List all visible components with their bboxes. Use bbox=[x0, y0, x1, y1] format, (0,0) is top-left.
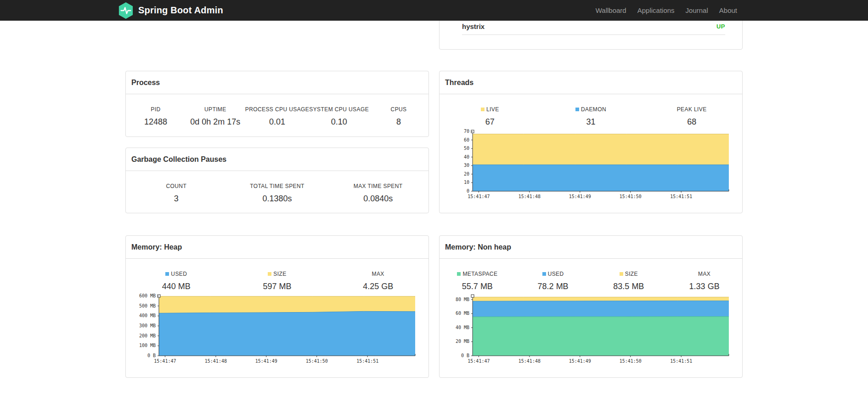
svg-text:15:41:47: 15:41:47 bbox=[468, 359, 490, 364]
svg-text:15:41:50: 15:41:50 bbox=[306, 359, 328, 364]
svg-text:15:41:50: 15:41:50 bbox=[620, 359, 642, 364]
stat-daemon: DAEMON31 bbox=[541, 106, 642, 127]
stat-label: MAX TIME SPENT bbox=[327, 183, 428, 189]
threads-area-chart: 01020304050607015:41:4715:41:4815:41:491… bbox=[440, 129, 742, 202]
stat-value: 1.33 GB bbox=[666, 282, 742, 291]
stat-label: SIZE bbox=[591, 271, 667, 277]
memory-nonheap-stats: METASPACE55.7 MBUSED78.2 MBSIZE83.5 MBMA… bbox=[440, 259, 742, 291]
stat-label: DAEMON bbox=[541, 106, 642, 113]
stat-size: SIZE83.5 MB bbox=[591, 271, 667, 291]
stat-value: 0.01 bbox=[245, 117, 310, 127]
stat-value: 8 bbox=[369, 117, 428, 127]
svg-text:15:41:49: 15:41:49 bbox=[569, 359, 591, 364]
svg-text:15:41:51: 15:41:51 bbox=[356, 359, 378, 364]
stat-value: 83.5 MB bbox=[591, 282, 667, 291]
yellow-legend-swatch-icon bbox=[268, 272, 271, 276]
nav-item-journal[interactable]: Journal bbox=[680, 6, 714, 14]
nav-item-applications[interactable]: Applications bbox=[632, 6, 680, 14]
memory-nonheap-panel: Memory: Non heap METASPACE55.7 MBUSED78.… bbox=[439, 235, 743, 378]
stat-max: MAX4.25 GB bbox=[327, 271, 428, 291]
brand[interactable]: Spring Boot Admin bbox=[118, 2, 223, 19]
stat-value: 31 bbox=[541, 117, 642, 127]
stat-label: COUNT bbox=[126, 183, 227, 189]
stat-used: USED78.2 MB bbox=[515, 271, 591, 291]
stat-total-time-spent: TOTAL TIME SPENT0.1380s bbox=[227, 183, 328, 204]
stat-metaspace: METASPACE55.7 MB bbox=[440, 271, 515, 291]
process-panel: Process PID12488UPTIME0d 0h 2m 17sPROCES… bbox=[125, 71, 429, 137]
nav-links: WallboardApplicationsJournalAbout bbox=[590, 6, 743, 14]
nav-item-wallboard[interactable]: Wallboard bbox=[590, 6, 632, 14]
stat-pid: PID12488 bbox=[126, 106, 186, 127]
memory-nonheap-area-chart: 0 B20 MB40 MB60 MB80 MB15:41:4715:41:481… bbox=[440, 293, 742, 367]
stat-label: SIZE bbox=[227, 271, 328, 277]
stat-label: TOTAL TIME SPENT bbox=[227, 183, 328, 189]
svg-text:15:41:49: 15:41:49 bbox=[569, 194, 591, 199]
svg-text:15:41:47: 15:41:47 bbox=[154, 359, 176, 364]
svg-text:15:41:51: 15:41:51 bbox=[670, 359, 692, 364]
svg-text:15:41:48: 15:41:48 bbox=[519, 359, 541, 364]
stat-label: USED bbox=[515, 271, 591, 277]
stat-value: 0.10 bbox=[309, 117, 369, 127]
stat-size: SIZE597 MB bbox=[227, 271, 328, 291]
green-legend-swatch-icon bbox=[457, 272, 461, 276]
svg-text:15:41:47: 15:41:47 bbox=[468, 194, 490, 199]
svg-text:30: 30 bbox=[464, 163, 469, 168]
stat-cpus: CPUS8 bbox=[369, 106, 428, 127]
nav-item-about[interactable]: About bbox=[714, 6, 743, 14]
memory-nonheap-panel-title: Memory: Non heap bbox=[440, 236, 742, 259]
stat-value: 67 bbox=[440, 117, 541, 127]
stat-process-cpu-usage: PROCESS CPU USAGE0.01 bbox=[245, 106, 310, 127]
stat-label: CPUS bbox=[369, 106, 428, 113]
brand-title: Spring Boot Admin bbox=[138, 5, 223, 16]
svg-text:10: 10 bbox=[464, 180, 469, 185]
blue-legend-swatch-icon bbox=[165, 272, 169, 276]
stat-label: MAX bbox=[327, 271, 428, 277]
process-panel-title: Process bbox=[126, 71, 428, 94]
svg-text:15:41:48: 15:41:48 bbox=[205, 359, 227, 364]
svg-text:15:41:51: 15:41:51 bbox=[670, 194, 692, 199]
gc-panel-title: Garbage Collection Pauses bbox=[126, 148, 428, 171]
svg-text:400 MB: 400 MB bbox=[139, 313, 156, 318]
stat-label: LIVE bbox=[440, 106, 541, 113]
svg-text:100 MB: 100 MB bbox=[139, 343, 156, 348]
blue-legend-swatch-icon bbox=[542, 272, 546, 276]
svg-text:300 MB: 300 MB bbox=[139, 323, 156, 328]
content-wrapper: hystrix UP Process PID12488UPTIME0d 0h 2… bbox=[125, 21, 743, 378]
stat-label: MAX bbox=[666, 271, 742, 277]
stat-live: LIVE67 bbox=[440, 106, 541, 127]
stat-label: PEAK LIVE bbox=[641, 106, 742, 113]
stat-label: USED bbox=[126, 271, 227, 277]
memory-heap-panel-title: Memory: Heap bbox=[126, 236, 428, 259]
stat-label: METASPACE bbox=[440, 271, 515, 277]
memory-heap-stats: USED440 MBSIZE597 MBMAX4.25 GB bbox=[126, 259, 428, 291]
svg-text:15:41:49: 15:41:49 bbox=[255, 359, 277, 364]
navbar-container: Spring Boot Admin WallboardApplicationsJ… bbox=[125, 0, 743, 21]
svg-text:40 MB: 40 MB bbox=[456, 325, 469, 330]
stat-value: 68 bbox=[641, 117, 742, 127]
top-navbar: Spring Boot Admin WallboardApplicationsJ… bbox=[0, 0, 868, 21]
svg-text:15:41:50: 15:41:50 bbox=[620, 194, 642, 199]
threads-panel: Threads LIVE67DAEMON31PEAK LIVE68 010203… bbox=[439, 71, 743, 213]
stat-value: 597 MB bbox=[227, 282, 328, 291]
stat-system-cpu-usage: SYSTEM CPU USAGE0.10 bbox=[309, 106, 369, 127]
stat-value: 0d 0h 2m 17s bbox=[186, 117, 245, 127]
stat-used: USED440 MB bbox=[126, 271, 227, 291]
stat-value: 3 bbox=[126, 194, 227, 204]
yellow-legend-swatch-icon bbox=[620, 272, 623, 276]
stat-uptime: UPTIME0d 0h 2m 17s bbox=[186, 106, 245, 127]
gc-stats: COUNT3TOTAL TIME SPENT0.1380sMAX TIME SP… bbox=[126, 171, 428, 204]
svg-text:40: 40 bbox=[464, 154, 469, 159]
stat-label: PROCESS CPU USAGE bbox=[245, 106, 310, 113]
svg-text:20: 20 bbox=[464, 171, 469, 177]
svg-text:80 MB: 80 MB bbox=[456, 297, 469, 302]
svg-text:0 B: 0 B bbox=[461, 353, 469, 358]
stat-value: 0.1380s bbox=[227, 194, 328, 204]
stat-label: SYSTEM CPU USAGE bbox=[309, 106, 369, 113]
stat-label: PID bbox=[126, 106, 186, 113]
svg-text:15:41:48: 15:41:48 bbox=[519, 194, 541, 199]
svg-text:60: 60 bbox=[464, 137, 469, 142]
yellow-legend-swatch-icon bbox=[481, 108, 485, 111]
svg-text:50: 50 bbox=[464, 146, 469, 151]
stat-value: 4.25 GB bbox=[327, 282, 428, 291]
stat-peak-live: PEAK LIVE68 bbox=[641, 106, 742, 127]
